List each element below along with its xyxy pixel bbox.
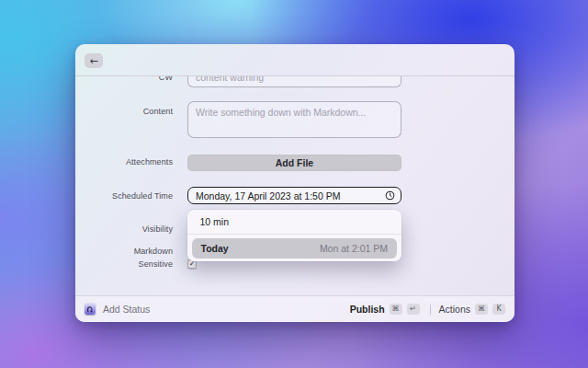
compose-window: ← CW Content Attechments Add File Schedu… bbox=[75, 44, 514, 322]
content-row: Content bbox=[75, 101, 514, 138]
cw-input[interactable] bbox=[187, 76, 401, 87]
attachments-row: Attechments Add File bbox=[75, 154, 514, 170]
return-key-icon: ↵ bbox=[407, 304, 420, 315]
scheduled-time-field[interactable]: Monday, 17 April 2023 at 1:50 PM bbox=[187, 187, 401, 204]
sensitive-label: Sensitive bbox=[75, 259, 173, 269]
add-status-button[interactable]: Add Status bbox=[103, 304, 150, 315]
back-arrow-icon: ← bbox=[89, 55, 97, 67]
content-textarea[interactable] bbox=[187, 101, 401, 138]
mastodon-icon[interactable] bbox=[85, 304, 96, 315]
actions-group: Actions ⌘ K bbox=[439, 304, 505, 315]
titlebar: ← bbox=[75, 44, 514, 76]
clock-icon[interactable] bbox=[385, 190, 395, 201]
suggestion-item-today[interactable]: Today Mon at 2:01 PM bbox=[192, 238, 398, 259]
compose-form: CW Content Attechments Add File Schedule… bbox=[75, 76, 514, 295]
scheduled-time-row: Scheduled Time Monday, 17 April 2023 at … bbox=[75, 187, 514, 204]
cw-row: CW bbox=[75, 76, 514, 87]
markdown-label: Markdown bbox=[75, 247, 173, 256]
publish-button[interactable]: Publish bbox=[350, 304, 385, 315]
visibility-label: Visibility bbox=[75, 224, 173, 234]
cw-label: CW bbox=[75, 76, 173, 82]
publish-group: Publish ⌘ ↵ bbox=[350, 304, 420, 315]
schedule-suggestion-popup: 10 min Today Mon at 2:01 PM bbox=[187, 210, 402, 262]
footer-divider bbox=[430, 305, 431, 315]
content-label: Content bbox=[75, 101, 173, 116]
popup-divider bbox=[187, 234, 402, 235]
schedule-query-field[interactable]: 10 min bbox=[187, 210, 402, 234]
k-key-icon: K bbox=[492, 304, 505, 315]
suggestion-title: Today bbox=[201, 243, 320, 254]
actions-button[interactable]: Actions bbox=[439, 304, 470, 315]
scheduled-time-value: Monday, 17 April 2023 at 1:50 PM bbox=[196, 190, 385, 201]
scheduled-time-label: Scheduled Time bbox=[75, 191, 173, 201]
footer-bar: Add Status Publish ⌘ ↵ Actions ⌘ K bbox=[75, 295, 514, 322]
suggestion-detail: Mon at 2:01 PM bbox=[320, 243, 388, 254]
back-button[interactable]: ← bbox=[85, 53, 103, 68]
add-file-button[interactable]: Add File bbox=[187, 155, 401, 171]
command-key-icon: ⌘ bbox=[475, 304, 488, 315]
command-key-icon: ⌘ bbox=[390, 304, 402, 315]
attachments-label: Attechments bbox=[75, 157, 173, 167]
